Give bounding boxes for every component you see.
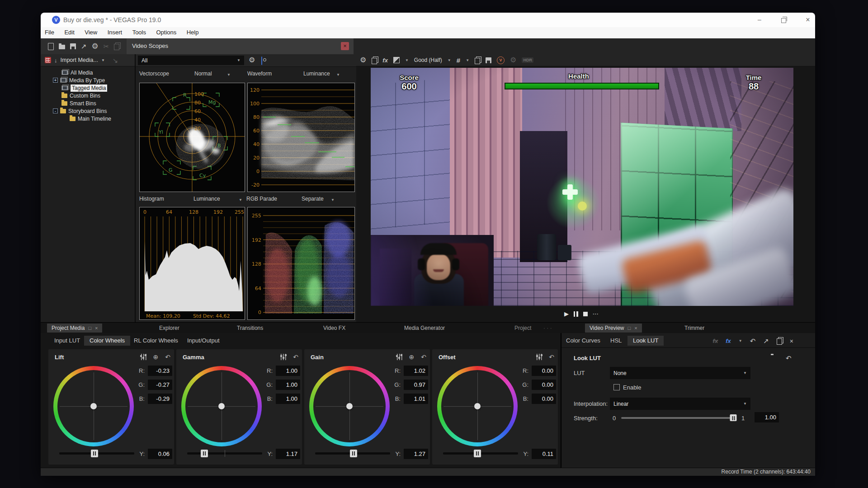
cut-icon[interactable]: ✂ xyxy=(104,43,109,50)
menu-options[interactable]: Options xyxy=(152,27,180,36)
chevron-down-icon[interactable]: ▼ xyxy=(227,73,231,77)
tab-video-preview[interactable]: Video Preview□× xyxy=(585,324,642,333)
tab-input-lut[interactable]: Input LUT xyxy=(54,336,80,346)
color-picker-target-icon[interactable]: ⊕ xyxy=(409,354,415,360)
reset-undo-icon[interactable]: ↶ xyxy=(293,354,298,360)
strength-slider-handle[interactable] xyxy=(730,414,736,421)
wheel-center-dot[interactable] xyxy=(218,403,225,409)
menu-view[interactable]: View xyxy=(80,27,101,36)
pin-icon[interactable]: □ xyxy=(628,325,631,331)
menu-help[interactable]: Help xyxy=(183,27,203,36)
reset-undo-icon[interactable]: ↶ xyxy=(421,354,426,360)
properties-gear-icon[interactable]: ⚙ xyxy=(92,42,99,50)
lut-dropdown[interactable]: None▼ xyxy=(610,367,750,379)
strength-value-field[interactable]: 1.00 xyxy=(755,412,779,422)
add-fx-icon[interactable]: fx xyxy=(726,338,731,344)
video-fx-icon[interactable]: fx xyxy=(382,57,388,63)
tab-color-wheels[interactable]: Color Wheels xyxy=(84,336,130,346)
tab-explorer[interactable]: Explorer xyxy=(159,324,179,333)
tree-item-media-by-type[interactable]: +Media By Type xyxy=(53,76,105,84)
tree-item-smart-bins[interactable]: Smart Bins xyxy=(61,99,96,107)
wheel-center-dot[interactable] xyxy=(474,403,481,409)
g-value-field[interactable]: 0.97 xyxy=(404,380,428,390)
chevron-down-icon[interactable]: ▼ xyxy=(336,73,340,77)
r-value-field[interactable]: 0.00 xyxy=(532,366,556,376)
import-media-button[interactable]: Import Media... xyxy=(61,57,98,63)
menu-insert[interactable]: Insert xyxy=(104,27,127,36)
r-value-field[interactable]: -0.23 xyxy=(148,366,172,376)
scope-settings-gear-icon[interactable]: ⚙ xyxy=(249,56,255,64)
tree-item-storyboard-bins[interactable]: -Storyboard Bins xyxy=(53,107,107,115)
show-sliders-icon[interactable] xyxy=(280,354,286,360)
histogram-mode-dropdown[interactable]: Luminance xyxy=(193,196,220,205)
tab-media-generator[interactable]: Media Generator xyxy=(404,324,445,333)
r-value-field[interactable]: 1.00 xyxy=(276,366,300,376)
wheel-center-dot[interactable] xyxy=(90,403,97,409)
enable-checkbox[interactable] xyxy=(613,384,620,390)
more-options-button[interactable]: ··· xyxy=(593,311,599,317)
expand-plus-icon[interactable]: + xyxy=(53,78,58,83)
color-picker-target-icon[interactable]: ⊕ xyxy=(153,354,159,360)
tab-transitions[interactable]: Transitions xyxy=(237,324,263,333)
menu-tools[interactable]: Tools xyxy=(128,27,150,36)
tab-hsl[interactable]: HSL xyxy=(610,336,622,346)
slider-handle[interactable] xyxy=(474,450,481,457)
chevron-down-icon[interactable]: ▼ xyxy=(405,58,409,62)
show-sliders-icon[interactable] xyxy=(140,354,146,360)
vegas-capture-icon[interactable]: V xyxy=(497,56,505,64)
show-sliders-icon[interactable] xyxy=(536,354,542,360)
vectorscope-mode-dropdown[interactable]: Normal xyxy=(194,70,212,80)
gamma-color-wheel[interactable] xyxy=(181,366,262,446)
preview-quality-dropdown[interactable]: Good (Half) xyxy=(414,57,442,63)
minimize-button[interactable]: – xyxy=(753,16,766,24)
close-scopes-tab-icon[interactable]: × xyxy=(341,42,349,50)
copy-icon[interactable] xyxy=(114,44,119,50)
chevron-down-icon[interactable]: ▼ xyxy=(739,339,742,343)
scope-preset-dropdown[interactable]: All▼ xyxy=(138,56,244,65)
waveform-mode-dropdown[interactable]: Luminance xyxy=(303,70,330,80)
tree-item-custom-bins[interactable]: Custom Bins xyxy=(61,92,100,99)
cascade-window-icon[interactable] xyxy=(777,338,782,345)
chevron-down-icon[interactable]: ▼ xyxy=(466,58,469,62)
preview-settings-gear-icon[interactable]: ⚙ xyxy=(360,56,366,64)
r-value-field[interactable]: 1.02 xyxy=(404,366,428,376)
b-value-field[interactable]: 1.00 xyxy=(276,394,300,404)
chevron-down-icon[interactable]: ▼ xyxy=(448,58,451,62)
slider-handle[interactable] xyxy=(350,450,357,457)
undo-icon[interactable]: ↶ xyxy=(750,338,756,344)
float-window-icon[interactable]: ↗ xyxy=(763,338,769,344)
collapse-minus-icon[interactable]: - xyxy=(53,108,58,113)
tab-project-truncated[interactable]: Project xyxy=(514,324,531,333)
stop-button[interactable] xyxy=(583,312,588,316)
media-manager-icon[interactable] xyxy=(45,57,51,63)
copy-snapshot-icon[interactable] xyxy=(475,58,480,64)
save-project-icon[interactable] xyxy=(70,43,76,49)
menu-edit[interactable]: Edit xyxy=(60,27,78,36)
tab-trimmer[interactable]: Trimmer xyxy=(684,324,704,333)
close-tab-icon[interactable]: × xyxy=(95,325,98,331)
slider-handle[interactable] xyxy=(201,450,208,457)
close-tab-icon[interactable]: × xyxy=(634,325,637,331)
split-screen-icon[interactable] xyxy=(393,57,400,63)
reset-lut-icon[interactable]: ↶ xyxy=(786,355,792,361)
b-value-field[interactable]: 1.01 xyxy=(404,394,428,404)
gain-color-wheel[interactable] xyxy=(309,366,390,446)
lift-y-slider[interactable] xyxy=(59,452,134,455)
parade-mode-dropdown[interactable]: Separate xyxy=(302,196,324,205)
tab-look-lut[interactable]: Look LUT xyxy=(627,336,664,346)
restore-button[interactable] xyxy=(777,16,790,24)
close-button[interactable]: × xyxy=(801,16,815,24)
pause-button[interactable] xyxy=(574,311,578,317)
update-scope-icon[interactable] xyxy=(261,56,262,65)
play-button[interactable]: ▶ xyxy=(564,311,569,317)
tree-item-main-timeline[interactable]: Main Timeline xyxy=(70,115,111,122)
menu-file[interactable]: File xyxy=(41,27,58,36)
grid-overlay-icon[interactable]: # xyxy=(457,57,460,64)
tab-color-curves[interactable]: Color Curves xyxy=(566,336,600,346)
gain-y-slider[interactable] xyxy=(315,452,390,455)
tree-item-all-media[interactable]: All Media xyxy=(61,69,93,76)
offset-color-wheel[interactable] xyxy=(437,366,518,446)
tab-project-media[interactable]: Project Media□× xyxy=(47,324,102,333)
y-value-field[interactable]: 1.17 xyxy=(276,449,300,459)
y-value-field[interactable]: 0.11 xyxy=(532,449,556,459)
